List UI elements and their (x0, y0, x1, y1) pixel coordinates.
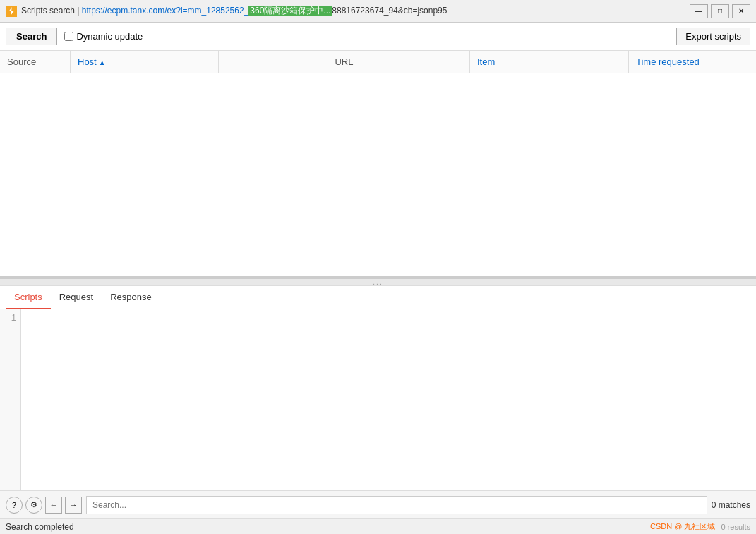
code-content[interactable] (21, 309, 756, 490)
search-input[interactable] (86, 496, 707, 514)
code-area: 1 (0, 309, 756, 490)
title-suffix: 88816723674_94&cb=jsonp95 (332, 6, 447, 16)
bottom-panel: Scripts Request Response 1 ? ⚙ ← → 0 mat… (0, 285, 756, 518)
table-section: Source Host▲ URL Item Time requested (0, 51, 756, 278)
dynamic-update-text: Dynamic update (76, 31, 143, 42)
host-sort-arrow: ▲ (99, 59, 106, 66)
title-masked: 360隔离沙箱保护中... (248, 6, 332, 16)
line-numbers: 1 (0, 309, 21, 490)
tab-response[interactable]: Response (102, 286, 160, 309)
settings-button[interactable]: ⚙ (25, 497, 42, 514)
col-header-time: Time requested (629, 51, 756, 73)
col-header-host[interactable]: Host▲ (71, 51, 219, 73)
forward-button[interactable]: → (65, 497, 82, 514)
back-button[interactable]: ← (45, 497, 62, 514)
titlebar: Scripts search | https://ecpm.tanx.com/e… (0, 0, 756, 23)
titlebar-title: Scripts search | https://ecpm.tanx.com/e… (21, 5, 690, 17)
table-body (0, 73, 756, 276)
titlebar-controls: — □ ✕ (690, 4, 750, 18)
search-button[interactable]: Search (6, 28, 57, 45)
results-count: 0 results (721, 523, 750, 531)
resize-handle[interactable]: ... (0, 278, 756, 285)
help-button[interactable]: ? (6, 497, 23, 514)
watermark-text: CSDN @ 九社区域 (650, 521, 715, 532)
matches-count: 0 matches (712, 500, 750, 510)
line-number-1: 1 (4, 312, 16, 325)
col-header-url: URL (219, 51, 470, 73)
col-header-source: Source (0, 51, 71, 73)
title-prefix: Scripts search | (21, 6, 82, 16)
title-url: https://ecpm.tanx.com/ex?i=mm_12852562_ (82, 6, 248, 16)
col-header-item: Item (470, 51, 629, 73)
export-scripts-button[interactable]: Export scripts (676, 28, 750, 45)
bottom-status-bar: Search completed CSDN @ 九社区域 0 results (0, 518, 756, 534)
maximize-button[interactable]: □ (711, 4, 729, 18)
tab-request[interactable]: Request (51, 286, 102, 309)
app-icon (6, 6, 17, 17)
main-content: Source Host▲ URL Item Time requested ...… (0, 51, 756, 518)
dynamic-update-label[interactable]: Dynamic update (64, 31, 143, 42)
tabs: Scripts Request Response (0, 286, 756, 309)
svg-marker-0 (9, 7, 14, 16)
tab-scripts[interactable]: Scripts (6, 286, 51, 309)
statusbar: ? ⚙ ← → 0 matches (0, 490, 756, 518)
minimize-button[interactable]: — (690, 4, 708, 18)
table-header: Source Host▲ URL Item Time requested (0, 51, 756, 73)
toolbar: Search Dynamic update Export scripts (0, 23, 756, 51)
status-icons: ? ⚙ ← → (6, 497, 82, 514)
status-completed-text: Search completed (6, 522, 74, 532)
close-button[interactable]: ✕ (732, 4, 750, 18)
dynamic-update-checkbox[interactable] (64, 32, 73, 41)
